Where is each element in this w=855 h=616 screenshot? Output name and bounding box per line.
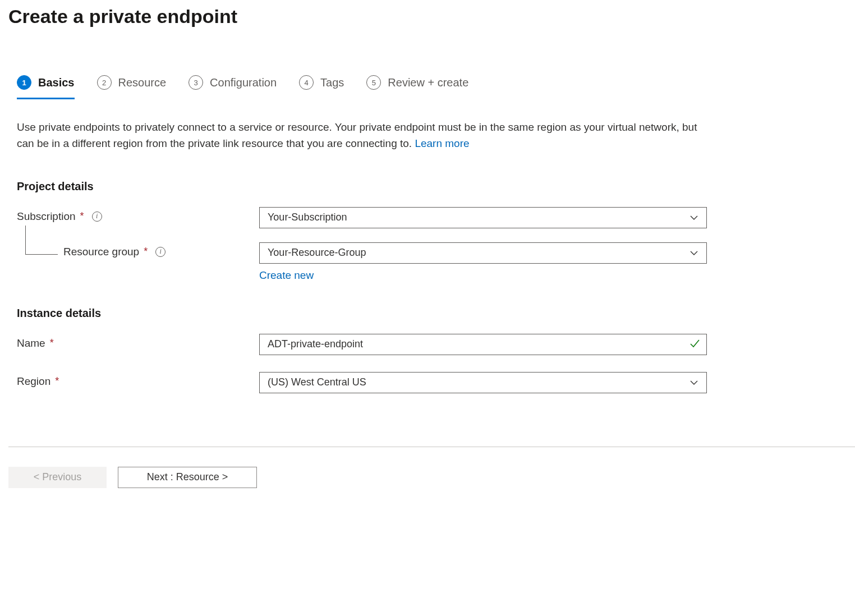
wizard-tabs: 1 Basics 2 Resource 3 Configuration 4 Ta… <box>17 75 855 98</box>
subscription-label: Subscription <box>17 210 76 223</box>
next-button[interactable]: Next : Resource > <box>118 467 257 488</box>
step-number-icon: 4 <box>299 75 314 90</box>
tab-configuration[interactable]: 3 Configuration <box>189 75 277 98</box>
step-number-icon: 1 <box>17 75 31 90</box>
form-row-name: Name * <box>8 334 855 355</box>
section-heading-project-details: Project details <box>8 180 855 193</box>
required-asterisk-icon: * <box>50 337 54 349</box>
step-number-icon: 5 <box>366 75 381 90</box>
required-asterisk-icon: * <box>55 375 59 387</box>
region-dropdown[interactable]: (US) West Central US <box>259 372 707 393</box>
name-input[interactable] <box>259 334 707 355</box>
dropdown-value: (US) West Central US <box>268 376 366 388</box>
learn-more-link[interactable]: Learn more <box>415 137 469 149</box>
tab-label: Resource <box>118 76 167 89</box>
tab-tags[interactable]: 4 Tags <box>299 75 344 98</box>
description-text: Use private endpoints to privately conne… <box>17 121 697 149</box>
dropdown-value: Your-Subscription <box>268 212 347 223</box>
chevron-down-icon <box>689 213 698 222</box>
subscription-dropdown[interactable]: Your-Subscription <box>259 207 707 228</box>
create-new-link[interactable]: Create new <box>259 269 314 282</box>
dropdown-value: Your-Resource-Group <box>268 247 366 259</box>
chevron-down-icon <box>689 378 698 387</box>
step-number-icon: 3 <box>189 75 203 90</box>
tab-resource[interactable]: 2 Resource <box>97 75 167 98</box>
chevron-down-icon <box>689 249 698 258</box>
tab-label: Review + create <box>388 76 468 89</box>
resource-group-label: Resource group <box>63 246 139 258</box>
tab-basics[interactable]: 1 Basics <box>17 75 75 99</box>
required-asterisk-icon: * <box>80 210 84 222</box>
info-icon[interactable]: i <box>155 247 166 257</box>
check-icon <box>689 338 700 351</box>
tab-review-create[interactable]: 5 Review + create <box>366 75 468 98</box>
tab-description: Use private endpoints to privately conne… <box>8 119 698 152</box>
wizard-footer: < Previous Next : Resource > <box>8 447 855 488</box>
form-row-subscription: Subscription * i Your-Subscription <box>8 207 855 228</box>
tab-label: Tags <box>320 76 344 89</box>
previous-button: < Previous <box>8 467 107 488</box>
info-icon[interactable]: i <box>92 212 102 222</box>
form-row-resource-group: Resource group * i Your-Resource-Group <box>8 242 855 264</box>
tab-label: Configuration <box>210 76 277 89</box>
required-asterisk-icon: * <box>144 246 148 258</box>
tab-label: Basics <box>38 76 75 89</box>
form-row-region: Region * (US) West Central US <box>8 372 855 393</box>
region-label: Region <box>17 375 50 388</box>
name-label: Name <box>17 337 45 350</box>
sublink-row: Create new <box>8 269 855 282</box>
page-title: Create a private endpoint <box>8 6 855 27</box>
resource-group-dropdown[interactable]: Your-Resource-Group <box>259 242 707 264</box>
step-number-icon: 2 <box>97 75 112 90</box>
tree-line-icon <box>25 226 58 255</box>
section-heading-instance-details: Instance details <box>8 307 855 320</box>
